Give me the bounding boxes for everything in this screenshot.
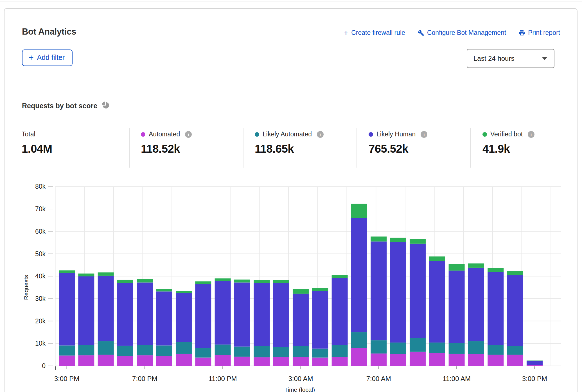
bar-segment-likely-automated[interactable] [176,342,192,354]
bar-segment-likely-automated[interactable] [312,349,328,358]
info-icon[interactable]: i [528,131,534,138]
bar-1-00-pm[interactable] [488,268,504,366]
bar-segment-likely-automated[interactable] [98,341,114,355]
bar-segment-likely-automated[interactable] [195,348,211,357]
bar-6-00-pm[interactable] [117,280,133,366]
bar-segment-automated[interactable] [293,357,309,366]
bar-segment-likely-human[interactable] [332,278,348,345]
bar-segment-verified-bot[interactable] [98,272,114,276]
bar-2-00-pm[interactable] [507,271,523,366]
bar-segment-likely-human[interactable] [468,268,484,341]
time-range-select[interactable]: Last 24 hours [467,49,554,68]
bar-segment-likely-human[interactable] [488,272,504,345]
bar-segment-likely-human[interactable] [410,244,426,338]
bar-5-00-am[interactable] [332,275,348,366]
bar-segment-likely-automated[interactable] [351,332,367,348]
bar-10-00-am[interactable] [429,256,445,366]
bar-segment-likely-human[interactable] [195,284,211,348]
bar-segment-verified-bot[interactable] [488,268,504,272]
bar-12-00-am[interactable] [234,280,250,366]
bar-segment-likely-automated[interactable] [137,345,153,355]
bar-segment-likely-automated[interactable] [371,340,387,353]
bar-segment-verified-bot[interactable] [195,281,211,284]
bar-segment-verified-bot[interactable] [468,263,484,268]
bar-segment-automated[interactable] [176,354,192,366]
bar-segment-likely-automated[interactable] [527,365,543,365]
bar-segment-likely-automated[interactable] [410,338,426,352]
bar-segment-automated[interactable] [429,353,445,366]
bar-segment-likely-automated[interactable] [293,346,309,357]
add-filter-button[interactable]: + Add filter [22,49,73,66]
bar-segment-likely-human[interactable] [371,242,387,340]
bar-segment-likely-automated[interactable] [234,346,250,357]
bar-segment-likely-automated[interactable] [59,345,75,355]
bar-2-00-am[interactable] [273,280,289,366]
bar-segment-likely-human[interactable] [78,276,94,345]
bar-segment-verified-bot[interactable] [254,280,270,283]
bar-segment-automated[interactable] [312,358,328,366]
bar-segment-likely-human[interactable] [59,273,75,346]
bar-segment-verified-bot[interactable] [410,239,426,244]
bar-segment-verified-bot[interactable] [293,289,309,294]
bar-segment-verified-bot[interactable] [371,236,387,242]
bar-segment-verified-bot[interactable] [449,264,465,271]
bar-segment-likely-automated[interactable] [468,341,484,354]
bar-segment-likely-automated[interactable] [78,345,94,355]
bar-segment-verified-bot[interactable] [312,288,328,291]
bar-9-00-am[interactable] [410,239,426,366]
bar-segment-likely-human[interactable] [449,271,465,343]
bar-segment-automated[interactable] [390,354,406,366]
bar-9-00-pm[interactable] [176,291,192,366]
bar-6-00-am[interactable] [351,204,367,366]
bar-segment-likely-human[interactable] [98,276,114,341]
info-icon[interactable]: i [421,131,427,138]
bar-segment-likely-automated[interactable] [507,346,523,355]
bar-segment-automated[interactable] [507,355,523,366]
bar-segment-automated[interactable] [98,355,114,366]
bar-4-00-pm[interactable] [78,274,94,366]
bar-segment-verified-bot[interactable] [117,280,133,283]
bar-segment-verified-bot[interactable] [137,279,153,283]
bar-segment-verified-bot[interactable] [273,280,289,283]
bar-3-00-am[interactable] [293,289,309,366]
bar-segment-likely-human[interactable] [254,283,270,346]
info-icon[interactable]: i [317,131,324,138]
bar-segment-verified-bot[interactable] [507,271,523,275]
bar-8-00-pm[interactable] [156,289,172,366]
bar-segment-automated[interactable] [78,355,94,366]
bar-segment-verified-bot[interactable] [527,361,543,361]
bar-12-00-pm[interactable] [468,263,484,366]
bar-segment-verified-bot[interactable] [332,275,348,278]
bar-segment-automated[interactable] [195,358,211,366]
bar-segment-verified-bot[interactable] [234,280,250,282]
bar-segment-automated[interactable] [156,356,172,366]
bar-segment-likely-automated[interactable] [488,345,504,355]
bar-segment-likely-human[interactable] [176,293,192,342]
bar-segment-likely-human[interactable] [507,275,523,346]
bar-segment-automated[interactable] [234,357,250,366]
bar-segment-likely-automated[interactable] [254,346,270,357]
bar-segment-likely-human[interactable] [137,283,153,345]
bar-segment-automated[interactable] [137,355,153,366]
bar-segment-automated[interactable] [59,355,75,366]
bar-8-00-am[interactable] [390,238,406,366]
print-report-link[interactable]: Print report [518,29,560,37]
bar-segment-likely-automated[interactable] [273,347,289,357]
bar-segment-automated[interactable] [254,357,270,366]
bar-segment-likely-automated[interactable] [429,343,445,353]
bar-segment-likely-automated[interactable] [449,343,465,354]
bar-segment-likely-automated[interactable] [390,343,406,354]
bar-7-00-pm[interactable] [137,279,153,366]
bar-segment-likely-human[interactable] [390,242,406,343]
bar-segment-likely-human[interactable] [429,261,445,343]
bar-segment-likely-human[interactable] [312,291,328,349]
bar-3-00-pm[interactable] [527,361,543,366]
bar-segment-likely-automated[interactable] [117,346,133,356]
bar-segment-likely-human[interactable] [293,294,309,346]
bar-segment-automated[interactable] [410,352,426,366]
configure-bot-management-link[interactable]: Configure Bot Management [418,29,506,37]
bar-segment-automated[interactable] [468,354,484,366]
info-icon[interactable]: i [185,131,192,138]
bar-3-00-pm[interactable] [59,270,75,366]
bar-segment-likely-human[interactable] [351,218,367,332]
